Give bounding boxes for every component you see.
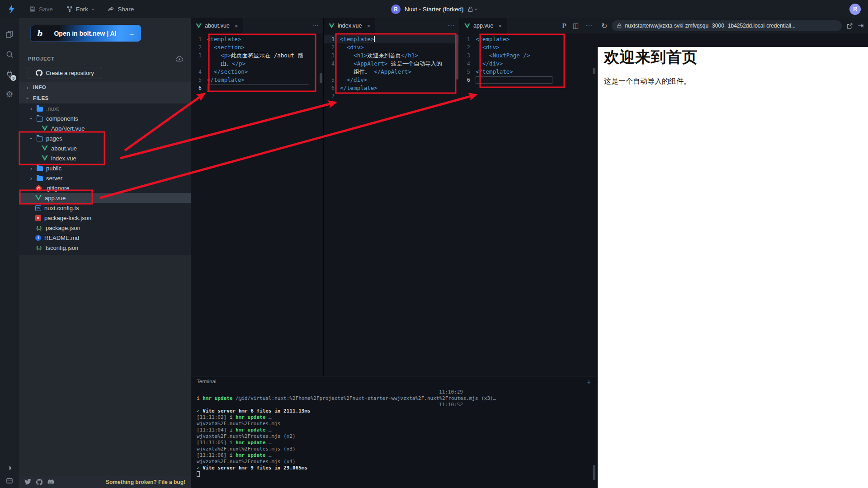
vue-icon: [35, 195, 42, 201]
scrollbar-thumb[interactable]: [456, 34, 458, 80]
open-in-bolt-label: Open in bolt.new | AI: [47, 30, 123, 37]
code-editor-about[interactable]: 1<template> 2 <section> 3 <p>此页面将显示在 /ab…: [191, 33, 323, 92]
tree-file-appalert[interactable]: AppAlert.vue: [19, 123, 191, 133]
files-section-header[interactable]: › FILES: [19, 93, 191, 103]
split-editor-icon[interactable]: ◫: [573, 22, 579, 30]
editor-pane-app[interactable]: app.vue × P ◫ ⋯ 1<template> 2 <div> 3 <N…: [459, 18, 597, 376]
folder-icon: [37, 107, 43, 112]
preview-heading: 欢迎来到首页: [604, 47, 862, 68]
tab-about-vue[interactable]: about.vue ×: [191, 18, 243, 33]
github-icon: [36, 70, 42, 76]
twitter-icon[interactable]: [24, 479, 31, 485]
editor-area: about.vue × ⋯ 1<template> 2 <section> 3 …: [191, 18, 597, 488]
scrollbar-thumb[interactable]: [593, 465, 595, 480]
terminal-line: wjvzxta%2F.nuxt%2Froutes.mjs (x4): [197, 459, 591, 465]
visibility-toggle[interactable]: ›: [468, 6, 477, 13]
tree-folder-server[interactable]: › server: [19, 173, 191, 183]
info-section-header[interactable]: › INFO: [19, 82, 191, 93]
folder-icon: [37, 166, 43, 171]
tree-folder-pages[interactable]: › pages: [19, 133, 191, 143]
close-icon[interactable]: ×: [235, 23, 238, 29]
code-editor-app[interactable]: 1<template> 2 <div> 3 <NuxtPage /> 4 </d…: [459, 33, 597, 84]
theme-contrast-icon[interactable]: ◑: [7, 463, 12, 473]
tree-file-nuxt-config[interactable]: TS nuxt.config.ts: [19, 203, 191, 213]
tree-file-tsconfig[interactable]: {..} tsconfig.json: [19, 243, 191, 253]
terminal-line: wjvzxta%2F.nuxt%2Froutes.mjs (x3): [197, 446, 591, 452]
open-in-bolt-button[interactable]: b Open in bolt.new | AI →: [30, 25, 141, 42]
tree-file-index[interactable]: index.vue: [19, 153, 191, 163]
files-section-label: FILES: [33, 95, 49, 101]
download-cloud-icon[interactable]: [175, 56, 184, 62]
terminal-line: [11:11:05] i hmr update …: [197, 440, 591, 446]
reload-icon[interactable]: ↻: [601, 22, 607, 30]
fork-button[interactable]: Fork ›: [66, 6, 94, 13]
more-actions-icon[interactable]: ⋯: [448, 22, 455, 30]
scrollbar-thumb[interactable]: [320, 73, 322, 83]
close-icon[interactable]: ×: [367, 23, 371, 29]
plugins-icon[interactable]: 3: [0, 64, 19, 84]
scrollbar-thumb[interactable]: [593, 68, 595, 74]
new-terminal-icon[interactable]: +: [587, 378, 591, 385]
chevron-down-icon: ›: [25, 96, 31, 100]
tree-folder-nuxt[interactable]: › .nuxt: [19, 103, 191, 113]
editor-pane-index[interactable]: index.vue × ⋯ 1<template> 2 <div> 3 <h1>…: [324, 18, 459, 376]
tree-folder-components[interactable]: › components: [19, 113, 191, 123]
tree-file-app-selected[interactable]: app.vue: [19, 193, 191, 203]
terminal-title: Terminal: [197, 379, 216, 384]
save-button[interactable]: Save: [29, 6, 53, 13]
tab-index-vue[interactable]: index.vue ×: [324, 18, 375, 33]
dock-preview-icon[interactable]: ⇥: [858, 22, 863, 30]
open-external-icon[interactable]: [846, 23, 853, 29]
typescript-icon: TS: [35, 205, 41, 211]
more-actions-icon[interactable]: ⋯: [312, 22, 319, 30]
code-editor-index[interactable]: 1<template> 2 <div> 3 <h1>欢迎来到首页</h1> 4 …: [324, 33, 459, 100]
chevron-down-icon: ›: [28, 116, 34, 121]
search-icon[interactable]: [0, 44, 19, 64]
settings-gear-icon[interactable]: ⚙: [0, 84, 19, 104]
more-actions-icon[interactable]: ⋯: [585, 22, 593, 30]
save-icon: [29, 6, 36, 12]
bolt-logo-icon: b: [37, 29, 42, 38]
close-icon[interactable]: ×: [498, 23, 502, 29]
files-panel-icon[interactable]: [0, 24, 19, 44]
vue-icon: [329, 23, 335, 28]
preview-url-bar[interactable]: nuxtstarterwwjvzxta-svki-zmfvqsqu--3000-…: [612, 20, 842, 31]
top-bar: Save Fork › Share R Nuxt - Starter (fork…: [0, 0, 868, 18]
tree-file-readme[interactable]: i README.md: [19, 233, 191, 243]
chevron-right-icon: ›: [29, 175, 33, 181]
prettier-icon[interactable]: P: [562, 23, 566, 29]
info-section-label: INFO: [33, 84, 46, 90]
tab-app-vue[interactable]: app.vue ×: [459, 18, 507, 33]
chevron-down-icon[interactable]: ›: [90, 8, 96, 10]
stackblitz-logo-icon[interactable]: [7, 4, 16, 14]
editor-pane-about[interactable]: about.vue × ⋯ 1<template> 2 <section> 3 …: [191, 18, 324, 376]
tree-file-package-lock[interactable]: n package-lock.json: [19, 213, 191, 223]
json-braces-icon: {..}: [35, 245, 42, 250]
terminal-line: ✓ Vite server hmr 6 files in 2111.13ms: [197, 408, 591, 414]
tree-folder-public[interactable]: › public: [19, 163, 191, 173]
file-a-bug-link[interactable]: Something broken? File a bug!: [106, 479, 185, 485]
tree-file-package[interactable]: {..} package.json: [19, 223, 191, 233]
project-section-label: PROJECT: [28, 56, 55, 61]
terminal-panel[interactable]: Terminal + 11:10:29 i hmr update /@id/vi…: [191, 376, 597, 488]
github-icon[interactable]: [36, 479, 42, 485]
share-icon: [108, 6, 114, 12]
terminal-line: ✓ Vite server hmr 9 files in 29.065ms: [197, 465, 591, 471]
plugins-count-badge: 3: [10, 75, 16, 81]
tree-file-about[interactable]: about.vue: [19, 143, 191, 153]
preview-toolbar: ↻ nuxtstarterwwjvzxta-svki-zmfvqsqu--300…: [597, 18, 868, 33]
panel-layout-icon[interactable]: [6, 477, 13, 484]
share-button[interactable]: Share: [108, 6, 134, 13]
user-avatar[interactable]: R: [849, 4, 861, 15]
save-label: Save: [39, 6, 53, 13]
terminal-output: 11:10:29 i hmr update /@id/virtual:nuxt:…: [191, 386, 597, 480]
project-avatar[interactable]: R: [391, 5, 401, 14]
terminal-line: wjvzxta%2F.nuxt%2Froutes.mjs (x2): [197, 433, 591, 440]
preview-page: 欢迎来到首页 这是一个自动导入的组件。: [597, 47, 868, 488]
tab-strip: app.vue × P ◫ ⋯: [459, 18, 597, 33]
tree-file-gitignore[interactable]: .gitignore: [19, 183, 191, 193]
create-repository-button[interactable]: Create a repository: [28, 67, 102, 79]
discord-icon[interactable]: [47, 479, 54, 485]
terminal-line: 11:10:29: [197, 389, 591, 395]
project-title: Nuxt - Starter (forked): [405, 6, 464, 13]
